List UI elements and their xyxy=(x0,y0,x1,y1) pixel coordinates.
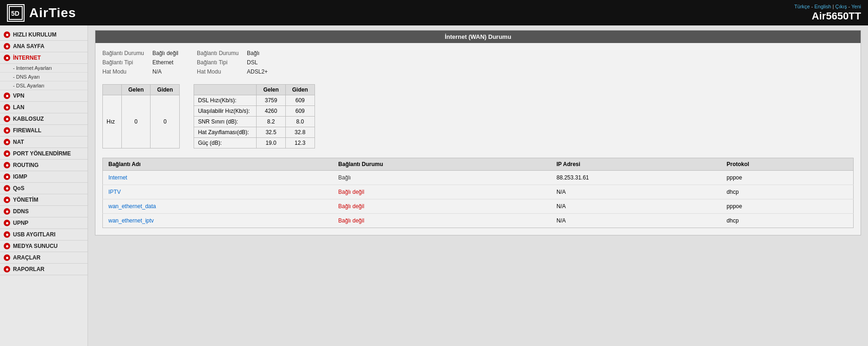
sidebar-item-igmp[interactable]: IGMP xyxy=(0,171,88,183)
sidebar-item-firewall[interactable]: FIREWALL xyxy=(0,125,88,136)
english-link[interactable]: English xyxy=(814,4,831,9)
status-row-baglanti-tipi-left: Bağlantı Tipi Ethernet xyxy=(102,59,178,66)
conn-table-cell-status: Bağlı değil xyxy=(333,185,551,199)
turkce-link[interactable]: Türkçe xyxy=(794,4,810,9)
status-row-hat-modu-left: Hat Modu N/A xyxy=(102,68,178,75)
conn-table-cell-ip: N/A xyxy=(551,214,721,228)
sidebar-item-raporlar[interactable]: RAPORLAR xyxy=(0,264,88,275)
status-grid: Bağlantı Durumu Bağlı değil Bağlantı Tip… xyxy=(102,50,854,75)
conn-table-row-0: Internet Bağlı 88.253.31.61 pppoe xyxy=(103,171,854,185)
logo-text: AirTies xyxy=(29,6,76,20)
bullet-icon xyxy=(4,220,10,226)
sidebar-item-internet[interactable]: İNTERNET xyxy=(0,52,88,64)
bullet-icon xyxy=(4,173,10,180)
status-row-baglanti-durumu-left: Bağlantı Durumu Bağlı değil xyxy=(102,50,178,56)
speed-table-right-header-empty xyxy=(194,85,257,95)
conn-table-cell-status: Bağlı xyxy=(333,171,551,185)
conn-table-cell-name[interactable]: wan_ethernet_iptv xyxy=(103,214,333,228)
bullet-icon xyxy=(4,31,10,38)
status-row-baglanti-durumu-right: Bağlantı Durumu Bağlı xyxy=(197,50,268,56)
sidebar-item-lan[interactable]: LAN xyxy=(0,102,88,113)
speed-table-right-gelen: 19.0 xyxy=(257,138,285,148)
bullet-icon xyxy=(4,93,10,99)
bullet-icon xyxy=(4,231,10,238)
speed-table-right-gelen: 8.2 xyxy=(257,117,285,127)
speed-table-right-row-2: SNR Sınırı (dB): 8.2 8.0 xyxy=(194,117,314,127)
bullet-icon xyxy=(4,185,10,192)
speed-tables: Gelen Giden Hız 0 0 xyxy=(102,84,854,148)
yeni-link[interactable]: Yeni xyxy=(851,4,861,9)
device-name: Air5650TT xyxy=(812,10,861,22)
conn-link-IPTV[interactable]: IPTV xyxy=(108,189,121,195)
status-row-baglanti-tipi-right: Bağlantı Tipi DSL xyxy=(197,59,268,66)
connection-table: Bağlantı Adı Bağlantı Durumu IP Adresi P… xyxy=(102,158,854,228)
speed-table-right-row-0: DSL Hızı(Kb/s): 3759 609 xyxy=(194,95,314,106)
sidebar: HIZLI KURULUM ANA SAYFA İNTERNET - Inter… xyxy=(0,25,88,346)
conn-table-header-protokol: Protokol xyxy=(721,158,854,171)
speed-table-right-row-3: Hat Zayıflaması(dB): 32.5 32.8 xyxy=(194,127,314,138)
conn-table-header-row: Bağlantı Adı Bağlantı Durumu IP Adresi P… xyxy=(103,158,854,171)
speed-table-right-header-gelen: Gelen xyxy=(257,85,285,95)
cikis-link[interactable]: Çıkış xyxy=(835,4,847,9)
sidebar-item-routing[interactable]: ROUTING xyxy=(0,160,88,171)
conn-table-header-ip: IP Adresi xyxy=(551,158,721,171)
svg-text:5D: 5D xyxy=(11,10,19,17)
speed-table-right-label: Hat Zayıflaması(dB): xyxy=(194,127,257,138)
sidebar-item-medya-sunucu[interactable]: MEDYA SUNUCU xyxy=(0,241,88,252)
conn-link-wan_ethernet_data[interactable]: wan_ethernet_data xyxy=(108,203,156,210)
logo: 5D AirTies xyxy=(7,4,76,22)
conn-link-wan_ethernet_iptv[interactable]: wan_ethernet_iptv xyxy=(108,217,154,224)
status-col-left: Bağlantı Durumu Bağlı değil Bağlantı Tip… xyxy=(102,50,178,75)
conn-link-Internet[interactable]: Internet xyxy=(108,174,127,181)
section-header: İnternet (WAN) Durumu xyxy=(95,31,861,43)
sidebar-sub-item-dsl-ayarlari[interactable]: - DSL Ayarları xyxy=(0,81,88,90)
layout: HIZLI KURULUM ANA SAYFA İNTERNET - Inter… xyxy=(0,25,868,346)
bullet-icon xyxy=(4,162,10,168)
sidebar-item-ddns[interactable]: DDNS xyxy=(0,206,88,217)
sidebar-item-qos[interactable]: QoS xyxy=(0,183,88,194)
bullet-icon xyxy=(4,197,10,203)
conn-table-cell-ip: N/A xyxy=(551,199,721,214)
conn-table-cell-name[interactable]: IPTV xyxy=(103,185,333,199)
speed-table-left-header-giden: Giden xyxy=(151,85,180,95)
speed-table-right-gelen: 3759 xyxy=(257,95,285,106)
sidebar-item-nat[interactable]: NAT xyxy=(0,136,88,148)
bullet-icon xyxy=(4,139,10,145)
speed-table-right-label: Güç (dB): xyxy=(194,138,257,148)
sidebar-item-port-yonlendirme[interactable]: PORT YÖNLENDİRME xyxy=(0,148,88,160)
speed-table-right-row-1: Ulaşılabilir Hız(Kb/s): 4260 609 xyxy=(194,106,314,117)
bullet-icon xyxy=(4,254,10,261)
sidebar-sub-item-internet-ayarlari[interactable]: - Internet Ayarları xyxy=(0,64,88,73)
bullet-icon xyxy=(4,55,10,61)
bullet-icon xyxy=(4,208,10,215)
speed-table-right-giden: 609 xyxy=(285,95,314,106)
speed-table-right-label: SNR Sınırı (dB): xyxy=(194,117,257,127)
sidebar-item-yonetim[interactable]: YÖNETİM xyxy=(0,194,88,206)
speed-table-right-label: DSL Hızı(Kb/s): xyxy=(194,95,257,106)
sidebar-item-ana-sayfa[interactable]: ANA SAYFA xyxy=(0,41,88,52)
sidebar-item-kablosuz[interactable]: KABLOSUZ xyxy=(0,113,88,125)
speed-table-right-gelen: 32.5 xyxy=(257,127,285,138)
sidebar-sub-item-dns-ayari[interactable]: - DNS Ayarı xyxy=(0,73,88,81)
conn-table-cell-name[interactable]: wan_ethernet_data xyxy=(103,199,333,214)
internet-wan-section: İnternet (WAN) Durumu Bağlantı Durumu Ba… xyxy=(95,30,861,235)
status-col-right: Bağlantı Durumu Bağlı Bağlantı Tipi DSL … xyxy=(197,50,268,75)
sidebar-item-hizli-kurulum[interactable]: HIZLI KURULUM xyxy=(0,29,88,41)
speed-table-right-header-giden: Giden xyxy=(285,85,314,95)
conn-table-row-2: wan_ethernet_data Bağlı değil N/A pppoe xyxy=(103,199,854,214)
sidebar-item-vpn[interactable]: VPN xyxy=(0,90,88,102)
speed-table-right: Gelen Giden DSL Hızı(Kb/s): 3759 609 Ula… xyxy=(194,84,314,148)
sidebar-item-upnp[interactable]: UPNP xyxy=(0,217,88,229)
speed-table-left-row-label: Hız xyxy=(103,95,122,148)
sidebar-item-araclar[interactable]: ARAÇLAR xyxy=(0,252,88,264)
conn-table-cell-protokol: dhcp xyxy=(721,214,854,228)
conn-table-cell-ip: 88.253.31.61 xyxy=(551,171,721,185)
conn-table-cell-status: Bağlı değil xyxy=(333,214,551,228)
bullet-icon xyxy=(4,150,10,157)
sidebar-item-usb-aygitlari[interactable]: USB AYGITLARI xyxy=(0,229,88,241)
speed-table-left-giden: 0 xyxy=(151,95,180,148)
conn-table-cell-name[interactable]: Internet xyxy=(103,171,333,185)
status-row-hat-modu-right: Hat Modu ADSL2+ xyxy=(197,68,268,75)
section-body: Bağlantı Durumu Bağlı değil Bağlantı Tip… xyxy=(95,43,861,235)
conn-table-header-status: Bağlantı Durumu xyxy=(333,158,551,171)
